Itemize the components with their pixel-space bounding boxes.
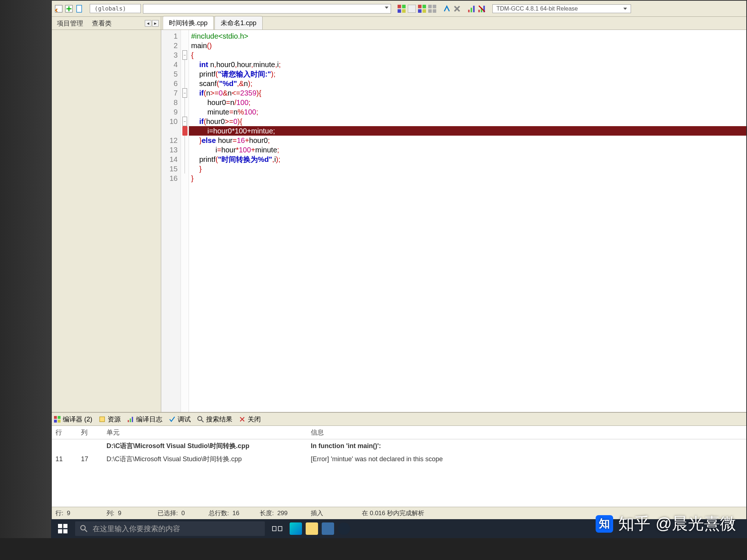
watermark-user: @晨光熹微 [655,513,736,534]
svg-rect-9 [422,5,426,8]
sidebar-tabs: 项目管理 查看类 ◄ ► [52,17,161,30]
error-row[interactable]: D:\C语言\Microsoft Visual Studio\时间转换.cppI… [52,439,746,453]
taskbar-app-steam[interactable] [338,522,350,535]
svg-rect-19 [478,9,480,12]
code-content[interactable]: #include<stdio.h>main(){ int n,hour0,hou… [189,30,746,412]
svg-rect-12 [428,5,432,8]
svg-rect-16 [468,9,469,12]
fold-gutter: −−− [181,30,189,412]
compile-icon[interactable] [398,5,406,13]
svg-rect-29 [132,417,133,422]
tab-scroll-right[interactable]: ► [152,20,159,27]
taskbar-app-edge[interactable] [290,522,302,535]
tab-project[interactable]: 项目管理 [53,18,87,29]
zhihu-icon: 知 [596,515,613,533]
tab-search-results[interactable]: 搜索结果 [197,415,232,424]
svg-rect-31 [58,524,62,528]
svg-rect-11 [422,9,426,13]
svg-rect-2 [77,5,82,12]
col-info: 信息 [307,426,746,439]
status-sel: 已选择: 0 [158,509,190,517]
svg-rect-17 [471,8,472,12]
monitor-bezel-left [0,0,51,560]
project-sidebar: 项目管理 查看类 ◄ ► [52,17,161,412]
svg-rect-6 [402,9,406,13]
file-tab-active[interactable]: 时间转换.cpp [163,16,214,30]
error-list[interactable]: 行 列 单元 信息 D:\C语言\Microsoft Visual Studio… [52,426,746,507]
file-tab-other[interactable]: 未命名1.cpp [214,16,263,30]
svg-rect-34 [63,529,67,533]
tab-compile-log[interactable]: 编译日志 [127,415,162,424]
svg-rect-7 [408,5,416,13]
tab-compiler[interactable]: 编译器 (2) [54,415,92,424]
tab-classes[interactable]: 查看类 [88,18,115,29]
watermark: 知 知乎 @晨光熹微 [596,513,736,534]
tab-resource[interactable]: 资源 [99,415,121,424]
col-unit: 单元 [103,426,307,439]
compile-run-icon[interactable] [418,5,426,13]
toolbar-icon[interactable] [65,5,73,13]
stop-icon[interactable] [453,5,461,13]
compiler-label: TDM-GCC 4.8.1 64-bit Release [496,5,578,12]
chevron-down-icon [623,8,627,10]
monitor-bezel-bottom [0,538,747,560]
compiler-panel: 编译器 (2) 资源 编译日志 调试 搜索结果 关闭 [52,412,746,507]
run-icon[interactable] [408,5,416,13]
watermark-site: 知乎 [618,513,650,534]
delete-profile-icon[interactable] [478,5,486,13]
taskbar-app-explorer[interactable] [306,522,318,535]
svg-rect-28 [130,418,131,422]
ide-window: (globals) TDM-GCC 4.8.1 64-bit Release 项… [51,0,747,520]
scope-dropdown[interactable]: (globals) [90,4,141,13]
svg-rect-25 [58,420,61,423]
compiler-selector[interactable]: TDM-GCC 4.8.1 64-bit Release [492,4,631,13]
search-placeholder: 在这里输入你要搜索的内容 [93,524,180,534]
task-view-button[interactable] [268,520,286,537]
workspace: 项目管理 查看类 ◄ ► 时间转换.cpp 未命名1.cpp 123456789… [52,17,746,412]
svg-rect-15 [433,9,436,13]
tab-scroll-left[interactable]: ◄ [145,20,151,27]
profile-icon[interactable] [468,5,476,13]
status-total: 总行数: 16 [209,509,241,517]
svg-rect-32 [63,524,67,528]
start-button[interactable] [54,520,71,537]
svg-point-30 [198,416,202,420]
check-icon [169,416,175,423]
svg-rect-5 [398,9,401,13]
rebuild-icon[interactable] [428,5,436,13]
svg-rect-24 [54,420,57,423]
svg-rect-14 [428,9,432,13]
chart-icon [127,416,134,423]
svg-rect-23 [58,416,61,419]
svg-rect-37 [278,526,282,531]
svg-rect-36 [272,526,276,531]
svg-rect-33 [58,529,62,533]
symbol-dropdown[interactable] [143,4,391,13]
grid-icon [54,416,61,423]
svg-rect-10 [418,9,422,13]
status-insert: 插入 [311,509,344,517]
error-row[interactable]: 1117D:\C语言\Microsoft Visual Studio\时间转换.… [52,452,746,466]
tab-close[interactable]: 关闭 [239,415,261,424]
panel-tabs: 编译器 (2) 资源 编译日志 调试 搜索结果 关闭 [52,413,746,426]
taskbar-app-devcpp[interactable] [322,522,334,535]
error-table: 行 列 单元 信息 D:\C语言\Microsoft Visual Studio… [52,426,746,466]
svg-rect-27 [128,420,129,422]
file-tabs: 时间转换.cpp 未命名1.cpp [161,17,746,30]
debug-icon[interactable] [443,5,451,13]
tab-debug[interactable]: 调试 [169,415,191,424]
search-icon [80,525,88,532]
svg-rect-4 [402,5,406,8]
status-length: 长度: 299 [260,509,293,517]
line-number-gutter: 123456789101213141516 [161,30,181,412]
taskbar-search[interactable]: 在这里输入你要搜索的内容 [75,521,265,536]
status-line: 行: 9 [55,509,88,517]
svg-rect-18 [473,5,475,12]
toolbar-icon[interactable] [75,5,83,13]
resource-icon [99,416,105,423]
toolbar-icon[interactable] [55,5,63,13]
search-icon [197,416,204,423]
code-editor[interactable]: 123456789101213141516 −−− #include<stdio… [161,30,746,412]
status-col: 列: 9 [107,509,139,517]
main-toolbar: (globals) TDM-GCC 4.8.1 64-bit Release [52,1,746,17]
